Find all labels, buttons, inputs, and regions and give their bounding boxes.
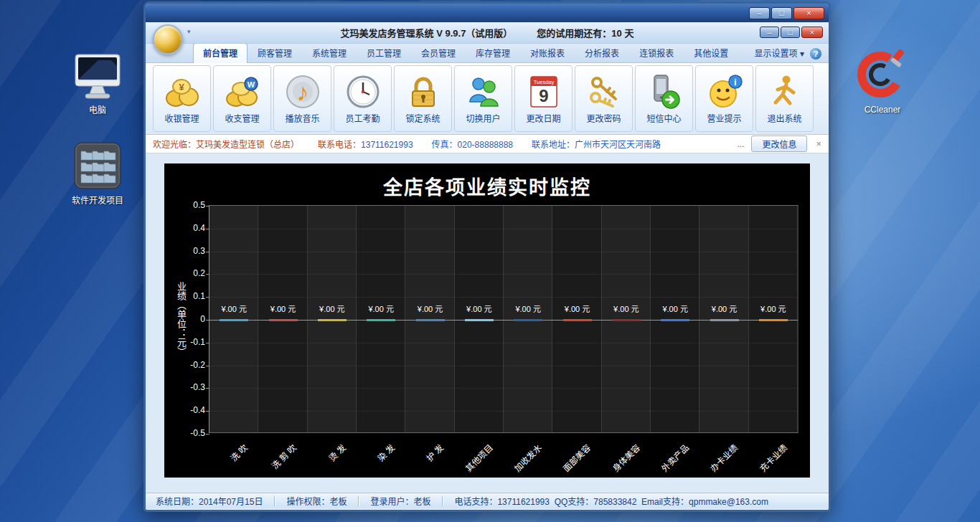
toolbar-button-users[interactable]: 切换用户 xyxy=(454,65,512,132)
y-tick-mark xyxy=(206,206,209,207)
status-bar: 系统日期：2014年07月15日 操作权限：老板 登录用户：老板 电话支持：13… xyxy=(146,493,829,508)
exit-icon xyxy=(766,73,804,110)
lock-icon xyxy=(405,73,442,110)
x-axis-label: 烫 发 xyxy=(325,441,347,463)
show-settings-dropdown[interactable]: 显示设置项 ▾ xyxy=(755,47,804,59)
desktop-icon-label: CCleaner xyxy=(848,105,917,115)
y-tick-mark xyxy=(206,229,209,229)
tab-1[interactable]: 顾客管理 xyxy=(248,43,302,62)
tab-4[interactable]: 会员管理 xyxy=(411,43,466,62)
bar xyxy=(759,319,788,321)
y-tick-label: 0.1 xyxy=(179,291,205,301)
toolbar-button-exit[interactable]: 退出系统 xyxy=(755,65,814,132)
toolbar-label: 切换用户 xyxy=(466,112,500,124)
app-orb-menu-button[interactable] xyxy=(153,24,183,54)
bar xyxy=(661,319,689,321)
x-axis-label: 外卖产品 xyxy=(658,441,691,474)
tab-9[interactable]: 其他设置 xyxy=(684,43,738,62)
smiley-icon: i xyxy=(706,73,743,110)
address-text: 联系地址：广州市天河区天河南路 xyxy=(532,138,661,150)
infobar-close-icon[interactable]: × xyxy=(816,138,821,149)
support-text: 电话支持：13711621993 QQ支持：785833842 Email支持：… xyxy=(443,495,780,507)
y-tick-label: 0.4 xyxy=(179,223,205,233)
toolbar-label: 收支管理 xyxy=(225,112,259,124)
y-tick-label: -0.4 xyxy=(179,405,205,415)
outer-titlebar[interactable]: – □ × xyxy=(146,4,829,22)
help-icon[interactable]: ? xyxy=(810,48,821,60)
grid-line xyxy=(209,343,798,343)
svg-text:Tuesday: Tuesday xyxy=(533,79,554,85)
grid-line xyxy=(209,388,798,389)
y-tick-mark xyxy=(206,343,209,343)
bar xyxy=(220,319,248,321)
value-label: ¥.00 元 xyxy=(270,303,296,314)
tab-5[interactable]: 库存管理 xyxy=(466,43,520,62)
desktop-icon-computer[interactable]: 电脑 xyxy=(63,53,132,115)
fax-text: 传真：020-88888888 xyxy=(432,138,513,150)
folder-grid-icon xyxy=(72,141,123,191)
inner-maximize-button[interactable]: □ xyxy=(781,27,800,38)
value-label: ¥.00 元 xyxy=(368,303,393,314)
toolbar-button-coins[interactable]: ¥收银管理 xyxy=(153,65,211,132)
toolbar-button-calendar[interactable]: Tuesday9更改日期 xyxy=(514,65,573,132)
system-date-text: 系统日期：2014年07月15日 xyxy=(154,495,274,507)
ellipsis-text: ... xyxy=(737,139,744,149)
toolbar-button-lock[interactable]: 锁定系统 xyxy=(394,65,452,132)
x-axis-label: 办卡业绩 xyxy=(707,441,740,474)
tab-8[interactable]: 连锁报表 xyxy=(629,43,684,62)
calendar-icon: Tuesday9 xyxy=(525,73,562,110)
toolbar-label: 短信中心 xyxy=(646,112,681,124)
edit-info-button[interactable]: 更改信息 xyxy=(751,136,807,152)
grid-line xyxy=(209,411,798,412)
tab-3[interactable]: 员工管理 xyxy=(357,43,411,62)
login-user-text: 登录用户：老板 xyxy=(359,495,442,507)
window-maximize-button[interactable]: □ xyxy=(771,7,792,19)
coins-icon: ¥ xyxy=(164,73,201,110)
coins-w-icon: W xyxy=(224,73,261,110)
svg-text:♪: ♪ xyxy=(296,78,308,105)
tab-6[interactable]: 对账报表 xyxy=(520,43,575,62)
x-axis-label: 洗 剪 吹 xyxy=(268,441,298,471)
x-axis-label: 身体美容 xyxy=(609,441,642,474)
permission-text: 操作权限：老板 xyxy=(275,495,358,507)
toolbar-button-smiley[interactable]: i营业提示 xyxy=(695,65,753,132)
toolbar-label: 收银管理 xyxy=(164,112,199,124)
toolbar-button-phone[interactable]: 短信中心 xyxy=(635,65,693,132)
chart-container: 全店各项业绩实时监控 业绩（单位：元） 0.50.40.30.20.10-0.1… xyxy=(146,153,829,478)
users-icon xyxy=(465,73,502,110)
chevron-down-icon: ▾ xyxy=(800,49,804,59)
y-tick-mark xyxy=(206,411,209,412)
desktop-icon-dev-folder[interactable]: 软件开发项目 xyxy=(63,141,132,206)
tab-0[interactable]: 前台管理 xyxy=(193,43,248,63)
app-title: 艾玛美发店务管理系统 V 9.9.7（试用版） 您的试用期还有：10 天 xyxy=(341,26,634,39)
desktop-icon-label: 电脑 xyxy=(63,103,132,115)
svg-text:W: W xyxy=(247,80,255,89)
svg-text:i: i xyxy=(734,77,736,87)
window-close-button[interactable]: × xyxy=(793,7,824,19)
toolbar-button-coins-w[interactable]: W收支管理 xyxy=(213,65,271,132)
inner-minimize-button[interactable]: – xyxy=(760,27,779,38)
ribbon-tab-bar: 前台管理顾客管理系统管理员工管理会员管理库存管理对账报表分析报表连锁报表其他设置… xyxy=(146,44,829,63)
toolbar-button-music[interactable]: ♪播放音乐 xyxy=(273,65,331,132)
bar xyxy=(514,319,542,321)
inner-close-button[interactable]: × xyxy=(801,27,823,38)
tab-7[interactable]: 分析报表 xyxy=(575,43,629,62)
svg-text:¥: ¥ xyxy=(179,82,184,92)
y-tick-mark xyxy=(206,297,209,298)
desktop-icon-label: 软件开发项目 xyxy=(63,194,132,206)
value-label: ¥.00 元 xyxy=(662,303,687,314)
toolbar-button-clock[interactable]: 员工考勤 xyxy=(334,65,392,132)
toolbar-button-keys[interactable]: 更改密码 xyxy=(575,65,633,132)
window-minimize-button[interactable]: – xyxy=(749,7,770,19)
welcome-text: 欢迎光临：艾玛美发造型连锁（总店） xyxy=(153,138,299,150)
tab-2[interactable]: 系统管理 xyxy=(302,43,357,62)
inner-window-controls: – □ × xyxy=(760,27,823,38)
toolbar-label: 员工考勤 xyxy=(345,112,380,124)
toolbar-label: 播放音乐 xyxy=(285,112,319,124)
plot-area: 0.50.40.30.20.10-0.1-0.2-0.3-0.4-0.5¥.00… xyxy=(209,205,798,433)
desktop-icon-ccleaner[interactable]: CCleaner xyxy=(848,46,917,115)
ribbon-tabs: 前台管理顾客管理系统管理员工管理会员管理库存管理对账报表分析报表连锁报表其他设置 xyxy=(193,43,738,62)
y-tick-mark xyxy=(206,252,209,252)
info-bar: 欢迎光临：艾玛美发造型连锁（总店） 联系电话：13711621993 传真：02… xyxy=(146,135,829,153)
chevron-down-icon[interactable]: ▾ xyxy=(187,28,191,35)
